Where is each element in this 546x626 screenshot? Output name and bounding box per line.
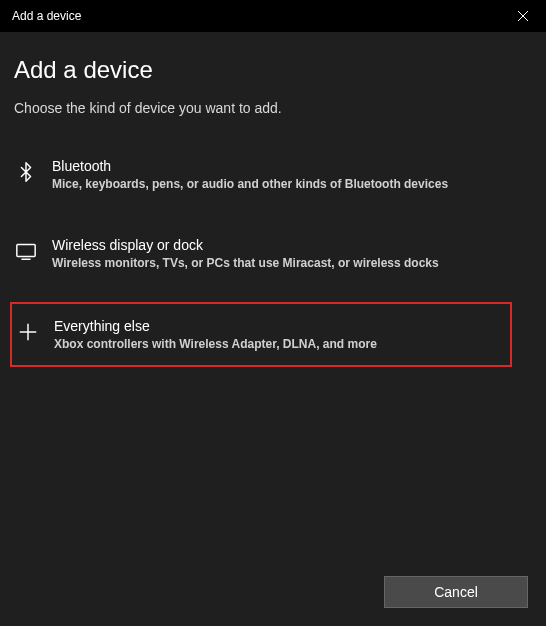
option-everything-else[interactable]: Everything else Xbox controllers with Wi… <box>10 302 512 367</box>
display-icon <box>14 239 38 263</box>
footer: Cancel <box>384 576 528 608</box>
page-title: Add a device <box>14 56 532 84</box>
plus-icon <box>16 320 40 344</box>
content-area: Add a device Choose the kind of device y… <box>0 32 546 367</box>
svg-rect-2 <box>17 245 35 257</box>
bluetooth-icon <box>14 160 38 184</box>
option-text: Wireless display or dock Wireless monito… <box>52 237 526 270</box>
titlebar: Add a device <box>0 0 546 32</box>
option-desc: Mice, keyboards, pens, or audio and othe… <box>52 177 526 191</box>
option-bluetooth[interactable]: Bluetooth Mice, keyboards, pens, or audi… <box>14 144 532 205</box>
cancel-button[interactable]: Cancel <box>384 576 528 608</box>
option-desc: Xbox controllers with Wireless Adapter, … <box>54 337 504 351</box>
option-title: Everything else <box>54 318 504 334</box>
close-icon <box>518 11 528 21</box>
option-title: Bluetooth <box>52 158 526 174</box>
close-button[interactable] <box>500 0 546 32</box>
option-desc: Wireless monitors, TVs, or PCs that use … <box>52 256 526 270</box>
option-wireless-display[interactable]: Wireless display or dock Wireless monito… <box>14 223 532 284</box>
option-title: Wireless display or dock <box>52 237 526 253</box>
page-subheading: Choose the kind of device you want to ad… <box>14 100 532 116</box>
titlebar-title: Add a device <box>12 9 81 23</box>
option-text: Bluetooth Mice, keyboards, pens, or audi… <box>52 158 526 191</box>
option-text: Everything else Xbox controllers with Wi… <box>54 318 504 351</box>
